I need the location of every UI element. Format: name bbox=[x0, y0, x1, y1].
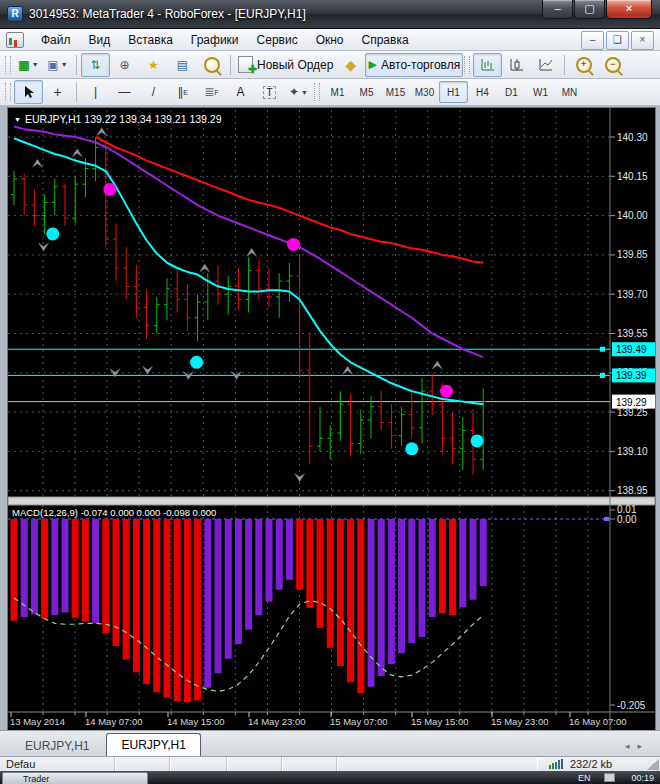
menu-item-Вид[interactable]: Вид bbox=[80, 32, 120, 48]
macd-histogram-bar bbox=[327, 519, 334, 648]
macd-histogram-bar bbox=[439, 519, 446, 613]
bar-chart-mode-button[interactable] bbox=[473, 53, 502, 77]
window-maximize-button[interactable]: ▢ bbox=[574, 0, 605, 19]
favorites-button[interactable]: ★ bbox=[139, 53, 168, 77]
chart-canvas[interactable]: 140.30140.15140.00139.85139.70139.55139.… bbox=[8, 108, 655, 730]
pane-splitter[interactable] bbox=[8, 497, 655, 505]
toolbar-grip[interactable] bbox=[314, 83, 320, 101]
strategy-tester-button[interactable] bbox=[197, 53, 226, 77]
trendline-tool-button[interactable]: / bbox=[139, 80, 168, 104]
tick-chart-button[interactable]: ⇅ bbox=[81, 53, 110, 77]
timeframe-button-M5[interactable]: M5 bbox=[352, 81, 381, 103]
signal-dot-cyan bbox=[471, 434, 484, 447]
tabs-scroll-right-icon[interactable]: ▸ bbox=[637, 741, 650, 751]
symbol-dropdown-icon[interactable]: ▼ bbox=[14, 116, 21, 123]
timeframe-button-W1[interactable]: W1 bbox=[526, 81, 555, 103]
menu-item-Окно[interactable]: Окно bbox=[307, 32, 353, 48]
timeframe-button-M30[interactable]: M30 bbox=[410, 81, 439, 103]
candle-chart-mode-button[interactable] bbox=[502, 53, 531, 77]
price-tick-label: 139.10 bbox=[617, 446, 648, 457]
toolbar-grip[interactable] bbox=[464, 56, 470, 74]
menu-item-Файл[interactable]: Файл bbox=[32, 32, 80, 48]
timeframe-button-H1[interactable]: H1 bbox=[439, 81, 468, 103]
menu-bar: ФайлВидВставкаГрафикиСервисОкноСправка –… bbox=[0, 29, 660, 51]
cursor-tool-button[interactable] bbox=[14, 80, 43, 104]
text-label-tool-button[interactable]: T bbox=[255, 80, 284, 104]
profiles-button[interactable]: ▣▼ bbox=[43, 53, 72, 77]
text-icon: A bbox=[236, 85, 244, 99]
text-tool-button[interactable]: A bbox=[226, 80, 255, 104]
level-handle[interactable] bbox=[600, 347, 605, 352]
tray-icon[interactable] bbox=[604, 773, 615, 782]
new-order-button[interactable]: Новый Ордер bbox=[235, 53, 336, 77]
fibonacci-tool-button[interactable]: ≣F bbox=[197, 80, 226, 104]
status-cell bbox=[227, 757, 282, 771]
timeframe-button-M1[interactable]: M1 bbox=[323, 81, 352, 103]
macd-histogram-bar bbox=[357, 519, 364, 693]
macd-histogram-bar bbox=[449, 519, 456, 615]
macd-histogram-bar bbox=[41, 519, 48, 619]
signal-dot-magenta bbox=[103, 183, 116, 196]
taskbar-clock[interactable]: 00:19 bbox=[631, 773, 654, 783]
separator bbox=[564, 55, 565, 75]
macd-histogram-bar bbox=[286, 519, 293, 580]
mdi-restore-button[interactable]: ❑ bbox=[606, 31, 629, 50]
autotrading-button[interactable]: ▶ Авто-торговля bbox=[365, 53, 463, 77]
chart-tab-0[interactable]: EURJPY,H1 bbox=[10, 735, 104, 756]
tick-chart-icon: ⇅ bbox=[90, 58, 100, 72]
macd-histogram-bar bbox=[347, 519, 354, 682]
chart-tab-bar: EURJPY,H1EURJPY,H1 ◂▸ bbox=[0, 730, 660, 756]
timeframe-button-M15[interactable]: M15 bbox=[381, 81, 410, 103]
new-chart-button[interactable]: ▦▼ bbox=[14, 53, 43, 77]
time-axis-label: 15 May 15:00 bbox=[411, 716, 469, 727]
connection-status-icon bbox=[549, 759, 564, 769]
macd-histogram-bar bbox=[204, 519, 211, 688]
macd-scale-label: -0.205 bbox=[617, 700, 646, 711]
taskbar-language[interactable]: EN bbox=[578, 773, 591, 783]
price-tick-label: 140.30 bbox=[617, 132, 648, 143]
time-axis-label: 15 May 23:00 bbox=[491, 716, 549, 727]
level-price-badge-text: 139.39 bbox=[616, 370, 647, 381]
channel-tool-button[interactable]: ∥E bbox=[168, 80, 197, 104]
arrows-tool-button[interactable]: ✦▼ bbox=[284, 80, 313, 104]
menu-item-Графики[interactable]: Графики bbox=[182, 32, 248, 48]
chart-tab-1[interactable]: EURJPY,H1 bbox=[106, 733, 200, 756]
crosshair-tool-button[interactable]: + bbox=[43, 80, 72, 104]
taskbar-app-button[interactable]: Trader bbox=[2, 772, 148, 784]
menu-item-Вставка[interactable]: Вставка bbox=[119, 32, 182, 48]
window-minimize-button[interactable]: – bbox=[542, 0, 573, 19]
crosshair-mode-button[interactable]: ⊕ bbox=[110, 53, 139, 77]
macd-histogram-bar bbox=[184, 519, 191, 702]
timeframe-button-H4[interactable]: H4 bbox=[468, 81, 497, 103]
channel-letter: E bbox=[183, 89, 188, 96]
macd-histogram-bar bbox=[153, 519, 160, 692]
macd-histogram-bar bbox=[337, 519, 344, 666]
journal-button[interactable]: ▤ bbox=[168, 53, 197, 77]
macd-histogram-bar bbox=[245, 519, 252, 630]
status-cell bbox=[337, 757, 537, 771]
vertical-line-tool-button[interactable]: | bbox=[81, 80, 110, 104]
status-profile[interactable]: Defau bbox=[0, 757, 115, 771]
timeframe-button-MN[interactable]: MN bbox=[555, 81, 584, 103]
macd-histogram-bar bbox=[143, 519, 150, 684]
timeframe-button-D1[interactable]: D1 bbox=[497, 81, 526, 103]
mdi-close-button[interactable]: × bbox=[631, 31, 654, 50]
expert-advisor-button[interactable]: ◆ bbox=[336, 53, 365, 77]
toolbar-grip[interactable] bbox=[5, 83, 11, 101]
window-close-button[interactable]: × bbox=[606, 0, 652, 19]
macd-histogram-bar bbox=[255, 519, 262, 615]
mdi-minimize-button[interactable]: – bbox=[581, 31, 604, 50]
zoom-out-icon: − bbox=[605, 57, 621, 73]
macd-histogram-bar bbox=[31, 519, 38, 614]
chart-window-icon[interactable] bbox=[6, 32, 24, 48]
menu-item-Сервис[interactable]: Сервис bbox=[248, 32, 307, 48]
toolbar-grip[interactable] bbox=[5, 56, 11, 74]
tabs-scroll-left-icon[interactable]: ◂ bbox=[625, 741, 638, 751]
zoom-in-button[interactable]: + bbox=[569, 53, 598, 77]
level-handle[interactable] bbox=[600, 373, 605, 378]
horizontal-line-tool-button[interactable]: — bbox=[110, 80, 139, 104]
crosshair-icon: ⊕ bbox=[119, 58, 129, 72]
line-chart-mode-button[interactable] bbox=[531, 53, 560, 77]
menu-item-Справка[interactable]: Справка bbox=[353, 32, 418, 48]
zoom-out-button[interactable]: − bbox=[598, 53, 627, 77]
